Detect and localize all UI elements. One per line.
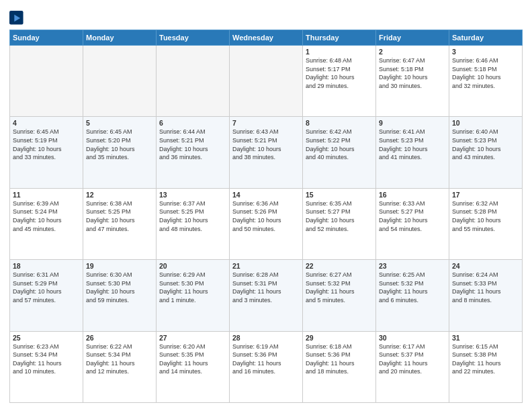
day-cell: 18Sunrise: 6:31 AM Sunset: 5:29 PM Dayli…: [10, 260, 83, 331]
day-cell: 20Sunrise: 6:29 AM Sunset: 5:30 PM Dayli…: [157, 260, 230, 331]
day-cell: [10, 46, 83, 117]
day-number: 3: [452, 48, 519, 56]
day-info: Sunrise: 6:32 AM Sunset: 5:28 PM Dayligh…: [452, 199, 519, 233]
logo-icon: [9, 11, 24, 26]
day-info: Sunrise: 6:20 AM Sunset: 5:35 PM Dayligh…: [159, 342, 226, 376]
day-cell: 23Sunrise: 6:25 AM Sunset: 5:32 PM Dayli…: [376, 260, 449, 331]
day-cell: 6Sunrise: 6:44 AM Sunset: 5:21 PM Daylig…: [157, 117, 230, 188]
day-info: Sunrise: 6:25 AM Sunset: 5:32 PM Dayligh…: [379, 271, 446, 304]
col-header-thursday: Thursday: [303, 30, 376, 46]
day-info: Sunrise: 6:28 AM Sunset: 5:31 PM Dayligh…: [232, 271, 300, 304]
day-number: 17: [452, 191, 519, 199]
day-cell: 21Sunrise: 6:28 AM Sunset: 5:31 PM Dayli…: [230, 260, 303, 331]
col-header-wednesday: Wednesday: [230, 30, 303, 46]
day-number: 6: [159, 119, 226, 127]
day-info: Sunrise: 6:35 AM Sunset: 5:27 PM Dayligh…: [306, 199, 373, 233]
logo: [9, 8, 27, 26]
day-info: Sunrise: 6:33 AM Sunset: 5:27 PM Dayligh…: [379, 199, 446, 233]
day-number: 8: [306, 119, 373, 127]
day-cell: 7Sunrise: 6:43 AM Sunset: 5:21 PM Daylig…: [230, 117, 303, 188]
col-header-sunday: Sunday: [10, 30, 83, 46]
day-info: Sunrise: 6:24 AM Sunset: 5:33 PM Dayligh…: [452, 271, 519, 304]
day-cell: 16Sunrise: 6:33 AM Sunset: 5:27 PM Dayli…: [376, 188, 449, 259]
day-info: Sunrise: 6:38 AM Sunset: 5:25 PM Dayligh…: [86, 199, 153, 233]
day-cell: 15Sunrise: 6:35 AM Sunset: 5:27 PM Dayli…: [303, 188, 376, 259]
day-info: Sunrise: 6:42 AM Sunset: 5:22 PM Dayligh…: [306, 128, 373, 161]
day-number: 27: [159, 334, 226, 342]
day-info: Sunrise: 6:30 AM Sunset: 5:30 PM Dayligh…: [86, 271, 153, 304]
week-row-2: 4Sunrise: 6:45 AM Sunset: 5:19 PM Daylig…: [10, 117, 523, 188]
day-cell: 27Sunrise: 6:20 AM Sunset: 5:35 PM Dayli…: [157, 331, 230, 402]
day-number: 7: [232, 119, 300, 127]
day-number: 15: [306, 191, 373, 199]
page: SundayMondayTuesdayWednesdayThursdayFrid…: [0, 0, 532, 411]
day-cell: 30Sunrise: 6:17 AM Sunset: 5:37 PM Dayli…: [376, 331, 449, 402]
day-info: Sunrise: 6:43 AM Sunset: 5:21 PM Dayligh…: [232, 128, 300, 161]
day-cell: 24Sunrise: 6:24 AM Sunset: 5:33 PM Dayli…: [449, 260, 523, 331]
header-row: SundayMondayTuesdayWednesdayThursdayFrid…: [10, 30, 523, 46]
col-header-tuesday: Tuesday: [157, 30, 230, 46]
day-number: 5: [86, 119, 153, 127]
day-info: Sunrise: 6:15 AM Sunset: 5:38 PM Dayligh…: [452, 342, 519, 376]
day-number: 23: [379, 262, 446, 270]
week-row-4: 18Sunrise: 6:31 AM Sunset: 5:29 PM Dayli…: [10, 260, 523, 331]
day-number: 10: [452, 119, 519, 127]
calendar-table: SundayMondayTuesdayWednesdayThursdayFrid…: [9, 30, 523, 403]
day-cell: 1Sunrise: 6:48 AM Sunset: 5:17 PM Daylig…: [303, 46, 376, 117]
day-info: Sunrise: 6:37 AM Sunset: 5:25 PM Dayligh…: [159, 199, 226, 233]
col-header-saturday: Saturday: [449, 30, 523, 46]
day-cell: 13Sunrise: 6:37 AM Sunset: 5:25 PM Dayli…: [157, 188, 230, 259]
day-info: Sunrise: 6:46 AM Sunset: 5:18 PM Dayligh…: [452, 56, 519, 90]
day-number: 21: [232, 262, 300, 270]
day-number: 30: [379, 334, 446, 342]
day-cell: 14Sunrise: 6:36 AM Sunset: 5:26 PM Dayli…: [230, 188, 303, 259]
day-cell: 8Sunrise: 6:42 AM Sunset: 5:22 PM Daylig…: [303, 117, 376, 188]
day-number: 16: [379, 191, 446, 199]
week-row-3: 11Sunrise: 6:39 AM Sunset: 5:24 PM Dayli…: [10, 188, 523, 259]
day-info: Sunrise: 6:44 AM Sunset: 5:21 PM Dayligh…: [159, 128, 226, 161]
day-number: 13: [159, 191, 226, 199]
day-number: 26: [86, 334, 153, 342]
day-cell: 28Sunrise: 6:19 AM Sunset: 5:36 PM Dayli…: [230, 331, 303, 402]
day-info: Sunrise: 6:23 AM Sunset: 5:34 PM Dayligh…: [13, 342, 80, 376]
day-number: 19: [86, 262, 153, 270]
day-number: 9: [379, 119, 446, 127]
day-info: Sunrise: 6:48 AM Sunset: 5:17 PM Dayligh…: [306, 56, 373, 90]
day-number: 28: [232, 334, 300, 342]
day-info: Sunrise: 6:40 AM Sunset: 5:23 PM Dayligh…: [452, 128, 519, 161]
day-number: 25: [13, 334, 80, 342]
day-cell: 25Sunrise: 6:23 AM Sunset: 5:34 PM Dayli…: [10, 331, 83, 402]
day-info: Sunrise: 6:22 AM Sunset: 5:34 PM Dayligh…: [86, 342, 153, 376]
day-cell: [230, 46, 303, 117]
day-info: Sunrise: 6:47 AM Sunset: 5:18 PM Dayligh…: [379, 56, 446, 90]
day-info: Sunrise: 6:19 AM Sunset: 5:36 PM Dayligh…: [232, 342, 300, 376]
day-number: 14: [232, 191, 300, 199]
day-cell: 19Sunrise: 6:30 AM Sunset: 5:30 PM Dayli…: [83, 260, 157, 331]
day-number: 20: [159, 262, 226, 270]
day-number: 29: [306, 334, 373, 342]
day-info: Sunrise: 6:36 AM Sunset: 5:26 PM Dayligh…: [232, 199, 300, 233]
week-row-5: 25Sunrise: 6:23 AM Sunset: 5:34 PM Dayli…: [10, 331, 523, 402]
day-number: 22: [306, 262, 373, 270]
day-number: 2: [379, 48, 446, 56]
day-number: 1: [306, 48, 373, 56]
day-info: Sunrise: 6:39 AM Sunset: 5:24 PM Dayligh…: [13, 199, 80, 233]
col-header-friday: Friday: [376, 30, 449, 46]
day-cell: 2Sunrise: 6:47 AM Sunset: 5:18 PM Daylig…: [376, 46, 449, 117]
day-cell: 12Sunrise: 6:38 AM Sunset: 5:25 PM Dayli…: [83, 188, 157, 259]
day-info: Sunrise: 6:41 AM Sunset: 5:23 PM Dayligh…: [379, 128, 446, 161]
day-cell: [157, 46, 230, 117]
day-cell: 9Sunrise: 6:41 AM Sunset: 5:23 PM Daylig…: [376, 117, 449, 188]
day-info: Sunrise: 6:29 AM Sunset: 5:30 PM Dayligh…: [159, 271, 226, 304]
day-number: 24: [452, 262, 519, 270]
day-cell: 11Sunrise: 6:39 AM Sunset: 5:24 PM Dayli…: [10, 188, 83, 259]
day-info: Sunrise: 6:17 AM Sunset: 5:37 PM Dayligh…: [379, 342, 446, 376]
col-header-monday: Monday: [83, 30, 157, 46]
day-number: 31: [452, 334, 519, 342]
day-info: Sunrise: 6:31 AM Sunset: 5:29 PM Dayligh…: [13, 271, 80, 304]
day-cell: 29Sunrise: 6:18 AM Sunset: 5:36 PM Dayli…: [303, 331, 376, 402]
day-number: 12: [86, 191, 153, 199]
day-info: Sunrise: 6:27 AM Sunset: 5:32 PM Dayligh…: [306, 271, 373, 304]
day-info: Sunrise: 6:45 AM Sunset: 5:19 PM Dayligh…: [13, 128, 80, 161]
header: [9, 8, 523, 26]
